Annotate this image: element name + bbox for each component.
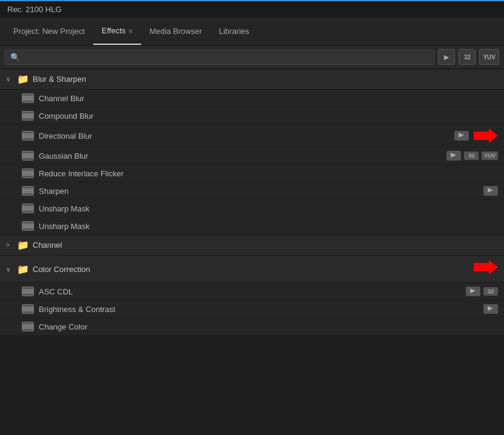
effect-label-compound-blur: Compound Blur xyxy=(39,111,498,121)
tab-media-browser[interactable]: Media Browser xyxy=(141,18,211,45)
badge-32-gaussian-blur: 32 xyxy=(464,151,479,160)
search-input[interactable] xyxy=(24,53,429,62)
arrow-directional-blur-icon xyxy=(474,128,498,143)
effect-label-asc-cdl: ASC CDL xyxy=(39,287,466,296)
effect-label-gaussian-blur: Gaussian Blur xyxy=(39,151,446,161)
badge-accel-sharpen xyxy=(483,186,498,196)
svg-marker-4 xyxy=(474,260,498,274)
film-strip-icon-brightness-contrast xyxy=(22,304,34,314)
badges-brightness-contrast xyxy=(483,304,498,314)
effect-label-brightness-contrast: Brightness & Contrast xyxy=(39,305,483,314)
effect-label-unsharp-mask-1: Unsharp Mask xyxy=(39,204,498,213)
category-row-color-correction[interactable]: ∨ 📁 Color Correction xyxy=(0,256,504,283)
category-color-correction-label: Color Correction xyxy=(33,265,90,274)
category-row-blur-sharpen[interactable]: ∨ 📁 Blur & Sharpen xyxy=(0,69,504,90)
chevron-color-correction-icon: ∨ xyxy=(6,266,13,273)
effect-row-unsharp-mask-1[interactable]: Unsharp Mask xyxy=(0,200,504,217)
title-text: Rec. 2100 HLG xyxy=(7,5,62,14)
badge-accel-asc-cdl xyxy=(466,287,480,296)
film-strip-icon-unsharp-mask-1 xyxy=(22,204,34,213)
film-strip-icon-reduce-interlace xyxy=(22,168,34,178)
film-strip-icon-directional-blur xyxy=(22,131,34,141)
chevron-blur-sharpen-icon: ∨ xyxy=(6,76,13,82)
badges-asc-cdl: 32 xyxy=(466,287,498,296)
svg-marker-6 xyxy=(488,306,493,311)
effect-label-directional-blur: Directional Blur xyxy=(39,131,454,141)
accel-filter-button[interactable]: ▶ xyxy=(438,49,455,65)
yuv-label: YUV xyxy=(483,54,496,61)
32bit-filter-button[interactable]: 32 xyxy=(459,49,476,65)
effect-label-reduce-interlace: Reduce Interlace Flicker xyxy=(39,169,498,178)
chevron-channel-icon: > xyxy=(6,242,13,248)
badge-yuv-gaussian-blur: YUV xyxy=(482,151,498,160)
effect-row-compound-blur[interactable]: Compound Blur xyxy=(0,107,504,125)
category-channel-label: Channel xyxy=(33,241,62,250)
folder-blur-sharpen-icon: 📁 xyxy=(17,73,29,85)
tab-bar: Project: New Project Effects ≡ Media Bro… xyxy=(0,18,504,45)
tab-project[interactable]: Project: New Project xyxy=(5,18,93,45)
search-toolbar: 🔍 ▶ 32 YUV xyxy=(0,45,504,69)
effect-label-channel-blur: Channel Blur xyxy=(39,94,498,103)
badges-gaussian-blur: 32YUV xyxy=(446,151,498,161)
badge-accel-directional-blur xyxy=(454,131,469,141)
badge-accel-brightness-contrast xyxy=(483,304,498,314)
effect-row-change-color[interactable]: Change Color xyxy=(0,318,504,336)
arrow-color-correction-icon xyxy=(474,260,498,278)
effects-panel-content: ∨ 📁 Blur & Sharpen Channel BlurCompound … xyxy=(0,69,504,336)
effect-row-asc-cdl[interactable]: ASC CDL32 xyxy=(0,283,504,301)
category-row-channel[interactable]: > 📁 Channel xyxy=(0,235,504,256)
film-strip-icon-change-color xyxy=(22,322,34,331)
badges-directional-blur xyxy=(454,131,469,141)
film-strip-icon-channel-blur xyxy=(22,93,34,103)
effect-row-sharpen[interactable]: Sharpen xyxy=(0,182,504,200)
effect-row-unsharp-mask-2[interactable]: Unsharp Mask xyxy=(0,217,504,235)
folder-channel-icon: 📁 xyxy=(17,239,29,251)
effect-label-unsharp-mask-2: Unsharp Mask xyxy=(39,222,498,231)
svg-marker-5 xyxy=(470,288,476,293)
film-strip-icon-gaussian-blur xyxy=(22,151,34,161)
effect-row-channel-blur[interactable]: Channel Blur xyxy=(0,90,504,107)
search-icon: 🔍 xyxy=(10,53,20,62)
badge-accel-gaussian-blur xyxy=(446,151,461,161)
svg-marker-1 xyxy=(474,128,498,143)
badge-32-asc-cdl: 32 xyxy=(483,287,498,296)
effect-label-change-color: Change Color xyxy=(39,322,498,331)
svg-marker-2 xyxy=(451,153,456,158)
effect-label-sharpen: Sharpen xyxy=(39,187,483,196)
tab-libraries[interactable]: Libraries xyxy=(210,18,257,45)
film-strip-icon-unsharp-mask-2 xyxy=(22,221,34,231)
film-strip-icon-asc-cdl xyxy=(22,287,34,296)
search-wrap: 🔍 xyxy=(5,50,434,65)
film-strip-icon-sharpen xyxy=(22,186,34,196)
title-bar: Rec. 2100 HLG xyxy=(0,0,504,18)
effect-row-directional-blur[interactable]: Directional Blur xyxy=(0,125,504,147)
svg-marker-0 xyxy=(459,133,464,138)
32bit-label: 32 xyxy=(464,54,471,61)
film-strip-icon-compound-blur xyxy=(22,111,34,121)
effect-row-reduce-interlace[interactable]: Reduce Interlace Flicker xyxy=(0,165,504,182)
yuv-filter-button[interactable]: YUV xyxy=(479,49,499,65)
tab-effects[interactable]: Effects ≡ xyxy=(93,18,141,45)
folder-color-correction-icon: 📁 xyxy=(17,264,29,275)
svg-marker-3 xyxy=(488,188,493,193)
accel-filter-icon: ▶ xyxy=(444,54,449,61)
effects-menu-icon[interactable]: ≡ xyxy=(128,27,132,35)
badges-sharpen xyxy=(483,186,498,196)
category-blur-sharpen-label: Blur & Sharpen xyxy=(33,75,86,84)
effect-row-brightness-contrast[interactable]: Brightness & Contrast xyxy=(0,301,504,318)
effect-row-gaussian-blur[interactable]: Gaussian Blur32YUV xyxy=(0,147,504,165)
